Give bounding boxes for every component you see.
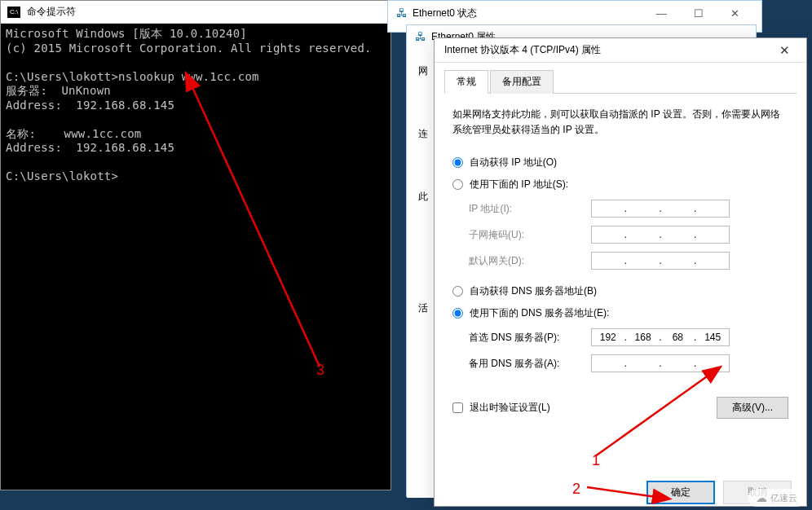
minimize-icon[interactable]: — — [643, 2, 680, 24]
radio-manual-ip-input[interactable] — [452, 179, 463, 190]
radio-auto-ip-input[interactable] — [452, 157, 463, 168]
close-icon[interactable]: ✕ — [773, 43, 797, 58]
alternate-dns-input[interactable]: ... — [591, 354, 730, 372]
cmd-line: Address: 192.168.68.145 — [6, 99, 174, 112]
cmd-line: Address: 192.168.68.145 — [6, 141, 174, 154]
tab-alternate[interactable]: 备用配置 — [490, 70, 554, 94]
eth-status-titlebar[interactable]: 🖧 Ethernet0 状态 — ☐ ✕ — [388, 1, 761, 25]
ipv4-titlebar[interactable]: Internet 协议版本 4 (TCP/IPv4) 属性 ✕ — [435, 38, 806, 63]
close-icon[interactable]: ✕ — [717, 2, 753, 24]
ipv4-tabs: 常规 备用配置 — [444, 69, 797, 94]
strip-label: 此 — [418, 190, 430, 204]
dns-octet: 192 — [598, 332, 618, 343]
radio-manual-ip[interactable]: 使用下面的 IP 地址(S): — [452, 178, 788, 191]
ipv4-properties-dialog: Internet 协议版本 4 (TCP/IPv4) 属性 ✕ 常规 备用配置 … — [434, 37, 807, 507]
strip-label: 网 — [418, 64, 430, 78]
cmd-line: (c) 2015 Microsoft Corporation. All righ… — [6, 42, 372, 55]
maximize-icon[interactable]: ☐ — [680, 2, 717, 24]
radio-auto-ip[interactable]: 自动获得 IP 地址(O) — [452, 156, 788, 169]
watermark-text: 亿速云 — [770, 492, 797, 504]
eth-props-left-strip: 网 连 此 活 — [407, 48, 436, 498]
eth-status-title: Ethernet0 状态 — [413, 7, 643, 20]
radio-label: 使用下面的 DNS 服务器地址(E): — [470, 306, 609, 320]
ip-address-input: ... — [591, 200, 730, 218]
cmd-titlebar[interactable]: C:\ 命令提示符 — [1, 1, 391, 24]
ipv4-body: 如果网络支持此功能，则可以获取自动指派的 IP 设置。否则，你需要从网络系统管理… — [435, 94, 806, 432]
validate-checkbox[interactable] — [452, 402, 463, 413]
ipv4-info-text: 如果网络支持此功能，则可以获取自动指派的 IP 设置。否则，你需要从网络系统管理… — [452, 107, 788, 138]
radio-label: 自动获得 IP 地址(O) — [470, 156, 557, 169]
ok-button[interactable]: 确定 — [647, 481, 715, 504]
radio-manual-dns-input[interactable] — [452, 308, 463, 319]
watermark: ☁ 亿速云 — [748, 489, 805, 507]
dns-octet: 68 — [668, 332, 687, 343]
cmd-output[interactable]: Microsoft Windows [版本 10.0.10240] (c) 20… — [1, 24, 391, 490]
cloud-icon: ☁ — [756, 491, 767, 504]
radio-label: 自动获得 DNS 服务器地址(B) — [470, 284, 597, 298]
gateway-input: ... — [591, 252, 730, 270]
cmd-line: C:\Users\lokott> — [6, 169, 118, 182]
validate-label: 退出时验证设置(L) — [470, 401, 550, 415]
cmd-icon: C:\ — [7, 7, 20, 18]
dns-octet: 168 — [633, 332, 653, 343]
advanced-button[interactable]: 高级(V)... — [717, 397, 788, 419]
strip-label: 连 — [418, 127, 430, 141]
label-ip: IP 地址(I): — [469, 202, 591, 216]
command-prompt-window: C:\ 命令提示符 Microsoft Windows [版本 10.0.102… — [0, 0, 391, 490]
cmd-line: Microsoft Windows [版本 10.0.10240] — [6, 27, 247, 40]
ethernet-icon: 🖧 — [396, 7, 408, 20]
cmd-line: 名称: www.1cc.com — [6, 127, 141, 140]
label-dns2: 备用 DNS 服务器(A): — [469, 357, 591, 371]
ipv4-title: Internet 协议版本 4 (TCP/IPv4) 属性 — [444, 43, 773, 57]
radio-auto-dns[interactable]: 自动获得 DNS 服务器地址(B) — [452, 284, 788, 298]
dns-octet: 145 — [703, 332, 722, 343]
preferred-dns-input[interactable]: 192. 168. 68. 145 — [591, 328, 730, 346]
radio-manual-dns[interactable]: 使用下面的 DNS 服务器地址(E): — [452, 306, 788, 320]
tab-general[interactable]: 常规 — [444, 70, 488, 94]
radio-label: 使用下面的 IP 地址(S): — [470, 178, 568, 191]
subnet-mask-input: ... — [591, 226, 730, 244]
ethernet-icon: 🖧 — [415, 30, 426, 43]
strip-label: 活 — [418, 301, 430, 315]
cmd-title: 命令提示符 — [27, 5, 76, 19]
cmd-line: 服务器: UnKnown — [6, 84, 111, 97]
radio-auto-dns-input[interactable] — [452, 286, 463, 297]
label-dns1: 首选 DNS 服务器(P): — [469, 331, 591, 345]
label-gateway: 默认网关(D): — [469, 254, 591, 268]
label-subnet: 子网掩码(U): — [469, 228, 591, 242]
cmd-line: C:\Users\lokott>nslookup www.1cc.com — [6, 70, 259, 83]
